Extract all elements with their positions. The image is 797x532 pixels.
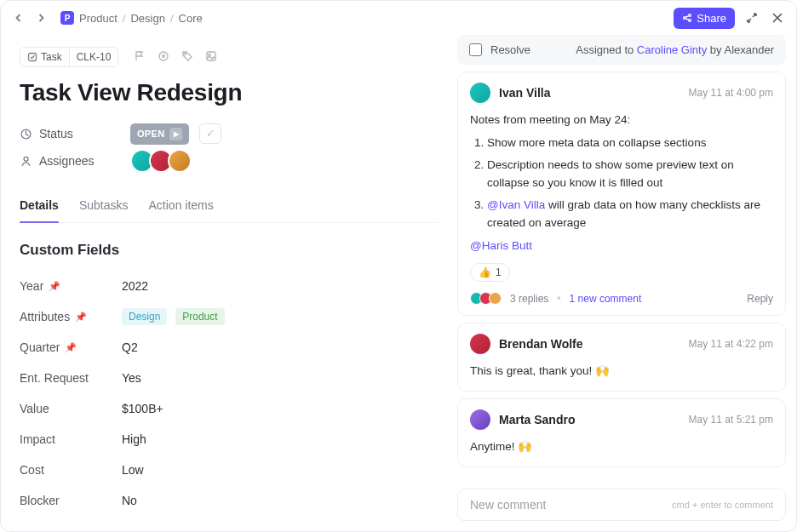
sprint-icon[interactable] xyxy=(158,50,169,65)
svg-rect-7 xyxy=(207,52,215,60)
cf-label: Year xyxy=(20,279,43,293)
new-comment-input[interactable]: New comment cmd + enter to comment xyxy=(457,489,786,521)
tab-action-items[interactable]: Action items xyxy=(149,190,214,222)
task-badge-group: Task CLK-10 xyxy=(20,47,118,67)
assigned-to-link[interactable]: Caroline Ginty xyxy=(637,43,707,56)
task-type-label: Task xyxy=(41,51,62,63)
svg-point-6 xyxy=(185,53,186,54)
breadcrumb-item[interactable]: Design xyxy=(130,12,164,25)
list-item: @Ivan Villa will grab data on how many c… xyxy=(487,197,773,232)
new-comment-count[interactable]: 1 new comment xyxy=(570,293,642,305)
space-icon: P xyxy=(60,11,74,25)
comment-body: Anytime! 🙌 xyxy=(470,438,773,456)
breadcrumb-sep: / xyxy=(170,12,174,25)
cf-value[interactable]: Design Product xyxy=(122,308,230,325)
list-item: Show more meta data on collapse sections xyxy=(487,134,773,152)
pin-icon: 📌 xyxy=(65,342,77,353)
resolve-bar: Resolve Assigned to Caroline Ginty by Al… xyxy=(457,35,786,65)
task-type-badge[interactable]: Task xyxy=(20,48,69,66)
resolve-label: Resolve xyxy=(490,43,530,56)
task-meta-icons xyxy=(134,50,217,65)
comment-body: This is great, thank you! 🙌 xyxy=(470,363,773,380)
comment: Ivan Villa May 11 at 4:00 pm Notes from … xyxy=(457,72,786,316)
status-icon xyxy=(20,128,32,140)
chip-design[interactable]: Design xyxy=(122,308,167,325)
mention[interactable]: @Haris Butt xyxy=(470,239,532,252)
comment: Brendan Wolfe May 11 at 4:22 pm This is … xyxy=(457,323,786,392)
reply-button[interactable]: Reply xyxy=(747,293,773,305)
comment-time: May 11 at 4:00 pm xyxy=(689,87,773,99)
cf-row: Quarter📌 Q2 xyxy=(20,332,439,363)
cf-label: Cost xyxy=(20,463,44,477)
comment-author[interactable]: Brendan Wolfe xyxy=(499,337,583,351)
tab-subtasks[interactable]: Subtasks xyxy=(79,190,129,222)
list-item: Description needs to show some preview t… xyxy=(487,157,773,192)
replies-count[interactable]: 3 replies xyxy=(510,293,548,305)
reaction-chip[interactable]: 👍 1 xyxy=(470,263,510,282)
new-comment-placeholder: New comment xyxy=(470,498,546,512)
mention[interactable]: @Ivan Villa xyxy=(487,198,545,211)
check-square-icon xyxy=(27,52,37,62)
nav-forward-icon[interactable] xyxy=(33,10,49,26)
cf-value[interactable]: Q2 xyxy=(122,340,138,354)
pin-icon: 📌 xyxy=(75,312,87,323)
avatar xyxy=(489,292,502,305)
status-value[interactable]: OPEN ▶ ✓ xyxy=(130,123,221,145)
comment: Marta Sandro May 11 at 5:21 pm Anytime! … xyxy=(457,398,786,467)
share-button[interactable]: Share xyxy=(674,8,735,29)
cf-row: Year📌 2022 xyxy=(20,271,439,301)
flag-icon[interactable] xyxy=(134,50,146,65)
pin-icon: 📌 xyxy=(49,281,60,292)
cf-value[interactable]: No xyxy=(122,494,137,507)
close-icon[interactable] xyxy=(769,9,786,26)
breadcrumb-item[interactable]: Core xyxy=(179,12,203,25)
svg-point-0 xyxy=(684,17,686,20)
collapse-icon[interactable] xyxy=(743,9,760,26)
comment-author[interactable]: Ivan Villa xyxy=(499,86,550,100)
cf-row: Value$100B+ xyxy=(20,393,439,424)
cf-row: Ent. RequestYes xyxy=(20,363,439,393)
tabs: Details Subtasks Action items xyxy=(20,190,439,223)
breadcrumb-item[interactable]: Product xyxy=(79,12,118,25)
cf-value[interactable]: High xyxy=(122,432,146,446)
reply-avatars xyxy=(470,292,502,305)
comment-author[interactable]: Marta Sandro xyxy=(499,413,575,426)
svg-point-10 xyxy=(24,157,28,161)
comment-time: May 11 at 4:22 pm xyxy=(689,338,773,350)
chip-product[interactable]: Product xyxy=(175,308,224,325)
status-chip-text: OPEN xyxy=(137,129,164,139)
avatar[interactable] xyxy=(168,149,192,173)
task-id-badge[interactable]: CLK-10 xyxy=(69,48,118,66)
cf-label: Quarter xyxy=(20,340,60,354)
cf-label: Ent. Request xyxy=(20,371,89,385)
nav-back-icon[interactable] xyxy=(11,10,26,26)
cf-value[interactable]: Yes xyxy=(122,371,141,385)
next-status-icon[interactable]: ▶ xyxy=(169,128,182,140)
tab-details[interactable]: Details xyxy=(20,190,59,222)
cf-row: Attributes📌 Design Product xyxy=(20,301,439,332)
cf-row: BlockerNo xyxy=(20,485,439,516)
share-label: Share xyxy=(697,12,726,25)
assignees-label: Assignees xyxy=(20,154,130,168)
tag-icon[interactable] xyxy=(181,50,193,65)
comments-pane: Resolve Assigned to Caroline Ginty by Al… xyxy=(457,35,796,531)
comment-footer: 3 replies • 1 new comment Reply xyxy=(470,292,773,305)
topbar-actions: Share xyxy=(674,8,786,29)
avatar xyxy=(470,83,490,103)
svg-point-2 xyxy=(689,20,691,22)
reaction-count: 1 xyxy=(496,266,502,278)
resolve-checkbox[interactable] xyxy=(469,43,482,56)
task-title[interactable]: Task View Redesign xyxy=(20,79,439,106)
share-icon xyxy=(682,13,692,23)
cf-value[interactable]: 2022 xyxy=(122,279,148,293)
breadcrumbs: P Product / Design / Core xyxy=(60,11,203,25)
assignee-avatars[interactable] xyxy=(130,149,192,173)
cf-value[interactable]: $100B+ xyxy=(122,402,163,415)
comments-list: Ivan Villa May 11 at 4:00 pm Notes from … xyxy=(457,72,786,489)
image-icon[interactable] xyxy=(205,50,217,65)
cf-value[interactable]: Low xyxy=(122,463,144,477)
cf-label: Impact xyxy=(20,432,55,446)
mark-done-button[interactable]: ✓ xyxy=(199,123,221,144)
assignees-row: Assignees xyxy=(20,147,439,174)
user-icon xyxy=(20,155,32,168)
